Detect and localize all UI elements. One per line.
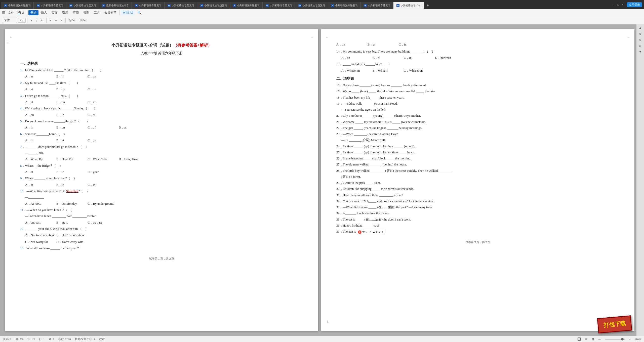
q28-sub: (穿过) a forest.	[341, 174, 619, 180]
tab-icon-10: W	[298, 4, 301, 7]
tab-label-3: 小升初语法专题复习	[73, 4, 96, 7]
scroll-fit[interactable]: ⊞	[638, 43, 643, 48]
q1-num: 1．	[20, 68, 25, 72]
tab-8[interactable]: W 小升初语法专题复习	[230, 2, 263, 9]
font-select[interactable]: 宋体	[2, 18, 17, 23]
align-left[interactable]: ≡	[48, 18, 53, 22]
zoom-in-button[interactable]: +	[629, 338, 631, 341]
scroll-zoom-in[interactable]: ⊕	[638, 31, 643, 36]
tab-7[interactable]: W 小升初语法专题复习	[197, 2, 230, 9]
restore-button[interactable]: □	[617, 3, 619, 6]
scroll-bottom-icon[interactable]: ▼	[638, 49, 643, 54]
search-icon[interactable]: 🔍	[137, 11, 142, 15]
sogou-icon-2[interactable]: ♦	[366, 230, 367, 234]
tab-icon-5: W	[135, 4, 138, 7]
tab-4[interactable]: W 最新小升初语法专专	[99, 2, 132, 9]
q11-opts: A．on; past B．at; to C．at; past	[25, 220, 303, 226]
q23: 23．—When ________ (be) Tree Planting Day…	[336, 132, 619, 137]
menu-wps-ai[interactable]: WPS AI	[121, 10, 135, 15]
sogou-icon-6[interactable]: ⚙	[376, 230, 378, 234]
underline-button[interactable]: U	[40, 18, 45, 22]
download-badge[interactable]: 打包下载	[597, 315, 632, 333]
scroll-zoom-out[interactable]: ⊖	[638, 37, 643, 42]
q7-sub: —______ bus.	[25, 150, 303, 156]
doc-title-red: （有参考答案+解析）	[173, 43, 212, 47]
q5-opt-a: A．in	[25, 125, 55, 131]
font-size[interactable]: 12	[18, 18, 26, 23]
sogou-icon-4[interactable]: ⊙	[370, 230, 372, 234]
corner-mark-tr: ¬	[311, 34, 313, 40]
tab-9[interactable]: W 小升初语法专题复习	[263, 2, 295, 9]
sogou-icon-5[interactable]: ☁	[372, 230, 375, 234]
menu-insert[interactable]: 插入	[39, 10, 49, 15]
menu-page[interactable]: 页面	[50, 10, 60, 15]
view-grid-icon[interactable]: ▦	[592, 337, 594, 341]
sogou-icon-1[interactable]: 中	[362, 230, 365, 234]
menu-ref[interactable]: 引用	[60, 10, 70, 15]
tab-3[interactable]: W 小升初语法专题复习	[66, 2, 99, 9]
q10-sub: —__________	[25, 195, 303, 200]
sogou-icon-7[interactable]: ★	[379, 230, 381, 234]
q7: 7．—______ does your mother go to school?…	[20, 144, 303, 150]
q13-opt-c: C．in	[399, 42, 429, 48]
tab-10[interactable]: W 小升初语法专题复习	[295, 2, 328, 9]
drag-handle-left[interactable]: ⠿	[7, 42, 9, 46]
tab-12[interactable]: W 小升初语法专题复习	[361, 2, 393, 9]
tab-13[interactable]: W 小升初语法专 ☆ □	[393, 2, 424, 9]
save-icon[interactable]: 💾	[17, 11, 21, 14]
app-menu-icon[interactable]: ☰	[2, 11, 5, 15]
line-spacing[interactable]: 行距▾	[67, 18, 77, 23]
print-icon[interactable]: 🖨	[22, 11, 25, 14]
tab-icon-7: W	[200, 4, 203, 7]
tab-6[interactable]: W 小升初语法专题复习	[165, 2, 197, 9]
q23-num: 23．	[336, 132, 343, 136]
tab-1[interactable]: W 小升初语法专题复习	[1, 2, 34, 9]
sogou-logo-inline: S	[358, 230, 361, 234]
paragraph-spacing[interactable]: 段距▾	[78, 18, 88, 23]
view-read-icon[interactable]: 👁	[585, 338, 588, 341]
minimize-button[interactable]: —	[612, 3, 615, 6]
sogou-icon-8[interactable]: ✦	[382, 230, 384, 234]
tab-label-13: 小升初语法专 ☆ □	[400, 4, 421, 7]
q20: 20．Lily's mother is ______ (young) _____…	[336, 113, 619, 118]
section-1-title: 一、选择题	[20, 60, 303, 67]
italic-button[interactable]: I	[35, 18, 39, 22]
q1-opt-c: C．on	[88, 74, 118, 79]
new-tab-button[interactable]: +	[424, 2, 431, 9]
q13-opt-a: A．on	[336, 42, 367, 48]
tab-11[interactable]: W 小升初语法专题复习	[328, 2, 361, 9]
menu-vip[interactable]: 会员专享	[102, 10, 118, 15]
align-right[interactable]: ≡	[59, 18, 64, 22]
q15-opt-a: A．Whose; in	[341, 68, 372, 74]
q14-opt-b: B．at	[373, 55, 403, 61]
status-spelling[interactable]: 拼写检查: 打开 ▾	[75, 337, 95, 341]
quick-access-button[interactable]: 立即登录	[627, 2, 642, 7]
status-proofread[interactable]: 校对	[99, 337, 105, 341]
menu-start[interactable]: 开始	[28, 10, 38, 15]
q10-num: 10．	[20, 189, 27, 193]
menu-review[interactable]: 审阅	[71, 10, 81, 15]
q11-opt-b: B．at; to	[56, 220, 87, 226]
view-normal-icon[interactable]: 🔲	[577, 337, 581, 341]
q21-num: 21．	[336, 120, 343, 124]
q8-opt-b: B．in	[56, 169, 87, 175]
menu-file[interactable]: 文件	[7, 10, 15, 15]
q12-opt-a: A．Not to worry about	[25, 232, 55, 238]
menu-view[interactable]: 视图	[81, 10, 91, 15]
tab-2[interactable]: W 小升初语法专题复习	[34, 2, 66, 9]
close-button[interactable]: ✕	[622, 3, 624, 6]
tab-label-8: 小升初语法专题复习	[237, 4, 260, 7]
zoom-out-button[interactable]: —	[598, 338, 601, 341]
q5: 5．Do you know the name_______the girl? （…	[20, 119, 303, 124]
menu-tools[interactable]: 工具	[92, 10, 102, 15]
q8-opt-c: C．your	[88, 169, 118, 175]
q30-num: 30．	[336, 187, 343, 191]
q26: 26．I have breakfast _____ six o'clock __…	[336, 156, 619, 161]
scroll-top-icon[interactable]: ▲	[638, 25, 643, 30]
q12-opt-d: D．Don't worry with	[56, 239, 87, 245]
zoom-slider[interactable]	[605, 339, 625, 340]
tab-5[interactable]: W 小升初语法专题复习	[132, 2, 165, 9]
bold-button[interactable]: B	[29, 18, 34, 22]
sogou-icon-3[interactable]: ↑	[368, 230, 369, 234]
align-center[interactable]: ≡	[54, 18, 58, 22]
